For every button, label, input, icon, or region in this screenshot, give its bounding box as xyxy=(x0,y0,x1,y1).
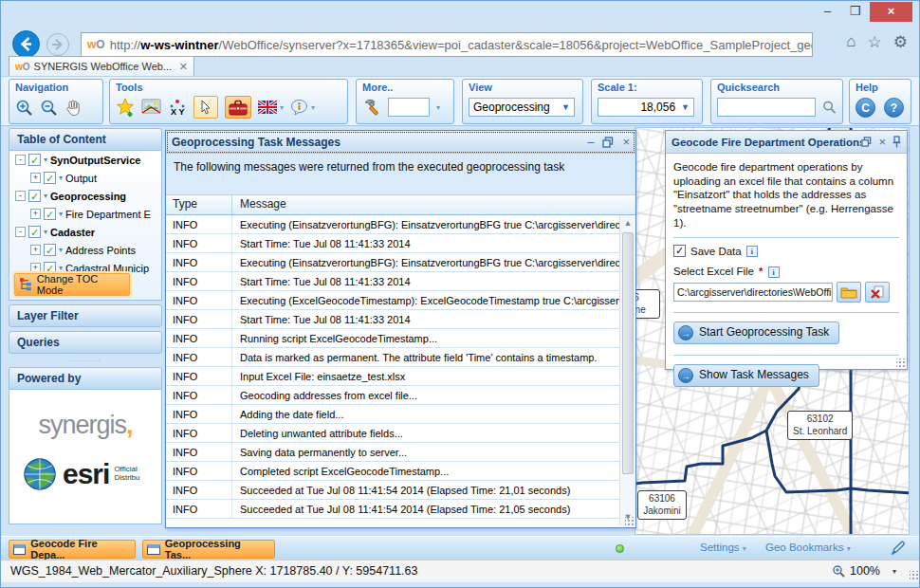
panel-restore-icon[interactable] xyxy=(602,137,614,148)
layer-checkbox[interactable]: ✓ xyxy=(28,154,41,166)
clear-file-button[interactable] xyxy=(865,282,890,303)
weboffice-toolbar: Navigation Tools XY ▾ xyxy=(1,76,920,126)
browser-forward-button[interactable] xyxy=(46,33,69,56)
tree-collapse-icon[interactable]: - xyxy=(15,155,26,165)
quicksearch-input[interactable] xyxy=(717,98,816,117)
layer-checkbox[interactable]: ✓ xyxy=(44,172,56,184)
quicksearch-icon[interactable] xyxy=(822,100,837,115)
more-tools-select[interactable] xyxy=(388,98,430,117)
task-button-geocode[interactable]: Geocode Fire Depa... xyxy=(9,540,136,559)
zoom-dropdown-icon[interactable]: ▾ xyxy=(892,567,896,576)
tree-collapse-icon[interactable]: - xyxy=(15,227,26,237)
layer-options-icon[interactable]: ▾ xyxy=(59,174,63,182)
contact-button[interactable]: C xyxy=(856,98,875,118)
layer-checkbox[interactable]: ✓ xyxy=(44,244,56,256)
layer-options-icon[interactable]: ▾ xyxy=(59,210,63,218)
toolbar-group-quicksearch: Quicksearch xyxy=(710,79,843,124)
toc-tree-item[interactable]: +✓▾Address Points xyxy=(9,241,161,259)
window-resize-grip[interactable] xyxy=(910,571,919,580)
help-button[interactable]: ? xyxy=(884,98,904,118)
xy-coordinate-icon[interactable]: XY xyxy=(168,98,187,117)
window-close-button[interactable]: × xyxy=(870,2,912,22)
task-button-geoprocessing[interactable]: Geoprocessing Tas... xyxy=(142,540,275,559)
home-icon[interactable]: ⌂ xyxy=(846,32,856,52)
messages-panel-titlebar[interactable]: Geoprocessing Task Messages – × xyxy=(166,131,635,154)
panel-restore-icon[interactable] xyxy=(861,137,872,147)
toc-tree-item[interactable]: +✓▾Fire Department E xyxy=(9,205,161,223)
panel-resize-grip[interactable] xyxy=(625,517,635,526)
geo-bookmarks-menu[interactable]: Geo Bookmarks ▾ xyxy=(765,542,851,553)
toc-tree-item[interactable]: -✓▾SynOutputService xyxy=(9,151,161,169)
tree-collapse-icon[interactable]: - xyxy=(15,191,26,201)
tree-expand-icon[interactable]: + xyxy=(30,209,41,219)
layer-options-icon[interactable]: ▾ xyxy=(44,192,47,200)
more-dropdown-icon[interactable]: ▾ xyxy=(436,103,440,112)
layer-checkbox[interactable]: ✓ xyxy=(28,190,41,202)
settings-menu[interactable]: Settings ▾ xyxy=(700,542,746,553)
toc-tree-item[interactable]: +✓▾Output xyxy=(9,169,161,187)
tree-expand-icon[interactable]: + xyxy=(30,173,41,183)
tree-expand-icon[interactable]: + xyxy=(30,263,41,273)
pan-hand-icon[interactable] xyxy=(64,99,82,117)
toc-tree-item[interactable]: -✓▾Geoprocessing xyxy=(9,187,161,205)
info-dropdown-icon[interactable]: ▾ xyxy=(311,103,315,112)
zoom-out-icon[interactable] xyxy=(40,99,58,117)
settings-gear-icon[interactable]: ⚙ xyxy=(893,32,908,52)
tab-close-icon[interactable]: ✕ xyxy=(179,61,188,73)
layer-options-icon[interactable]: ▾ xyxy=(59,246,63,254)
layer-options-icon[interactable]: ▾ xyxy=(59,264,63,272)
panel-resize-grip[interactable] xyxy=(896,358,906,368)
layer-checkbox[interactable]: ✓ xyxy=(44,208,56,220)
view-select[interactable]: Geoprocessing ▼ xyxy=(469,98,575,117)
toc-tree-item[interactable]: -✓▾Cadaster xyxy=(9,223,161,241)
layer-label: Fire Department E xyxy=(65,209,151,220)
column-header-type[interactable]: Type xyxy=(166,195,232,214)
redline-pen-icon[interactable] xyxy=(891,541,906,556)
column-header-message[interactable]: Message xyxy=(232,195,635,214)
layer-options-icon[interactable]: ▾ xyxy=(44,228,47,236)
browse-folder-button[interactable] xyxy=(837,282,861,303)
layer-label: Address Points xyxy=(65,245,136,256)
select-tool-button[interactable] xyxy=(193,96,218,119)
sidebar-section-layer-filter[interactable]: Layer Filter xyxy=(9,304,162,327)
tree-expand-icon[interactable]: + xyxy=(30,245,41,255)
favorites-star-icon[interactable]: ☆ xyxy=(868,32,882,52)
messages-scrollbar[interactable]: ▲ ▼ xyxy=(619,215,635,525)
zoom-in-icon[interactable] xyxy=(15,99,33,117)
show-task-messages-button[interactable]: → Show Task Messages xyxy=(673,364,819,387)
toc-header[interactable]: Table of Content xyxy=(9,128,162,151)
layer-checkbox[interactable]: ✓ xyxy=(28,226,41,238)
geocode-panel-titlebar[interactable]: Geocode Fire Department Operations × xyxy=(666,131,907,154)
layer-options-icon[interactable]: ▾ xyxy=(44,156,47,164)
browser-back-button[interactable] xyxy=(12,30,40,58)
send-map-image-icon[interactable] xyxy=(141,99,161,116)
add-poi-star-icon[interactable] xyxy=(116,98,135,117)
select-file-info-icon[interactable]: i xyxy=(768,266,780,278)
panel-minimize-icon[interactable]: – xyxy=(587,135,594,149)
browser-tab[interactable]: wO SYNERGIS WebOffice Web... ✕ xyxy=(9,56,194,76)
window-maximize-button[interactable]: ❒ xyxy=(842,2,868,22)
excel-file-input[interactable]: C:\arcgisserver\directories\WebOffic xyxy=(673,283,833,302)
language-dropdown-icon[interactable]: ▾ xyxy=(280,103,284,112)
zoom-level-value[interactable]: 100% xyxy=(850,564,880,578)
save-data-checkbox[interactable]: ✓ xyxy=(673,245,686,257)
sidebar-splitter-handle[interactable]: ·········· xyxy=(9,358,162,365)
scrollbar-thumb[interactable] xyxy=(622,232,634,474)
window-minimize-button[interactable]: – xyxy=(815,2,840,22)
sidebar-section-queries[interactable]: Queries xyxy=(9,331,162,354)
info-tool-button[interactable]: ▾ xyxy=(290,99,315,116)
select-file-label: Select Excel File xyxy=(673,265,754,279)
geocode-panel: Geocode Fire Department Operations × Geo… xyxy=(665,130,908,370)
change-toc-mode-button[interactable]: Change TOC Mode xyxy=(14,273,130,296)
scale-select[interactable]: 18,056 ▼ xyxy=(598,98,694,117)
pin-icon[interactable] xyxy=(892,136,901,148)
language-tool-button[interactable]: ▾ xyxy=(258,101,284,114)
start-geoprocessing-button[interactable]: → Start Geoprocessing Task xyxy=(673,322,839,344)
panel-close-icon[interactable]: × xyxy=(622,135,630,149)
window-icon xyxy=(147,544,160,555)
panel-close-icon[interactable]: × xyxy=(878,135,886,149)
scroll-up-icon[interactable]: ▲ xyxy=(620,215,635,231)
toolbox-tool-button-active[interactable] xyxy=(225,96,251,119)
save-data-info-icon[interactable]: i xyxy=(746,246,758,257)
address-bar[interactable]: wO http://w-ws-wintner/WebOffice/synserv… xyxy=(81,32,813,57)
